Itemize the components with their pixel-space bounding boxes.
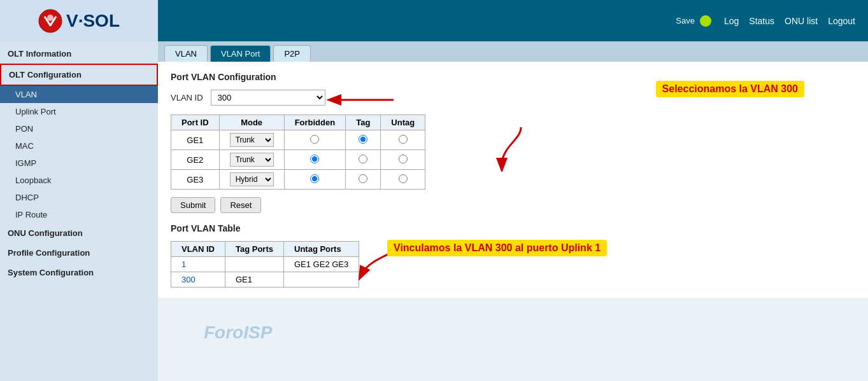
port-vlan-table-title: Port VLAN Table (171, 223, 855, 233)
arrow-table-icon (483, 121, 559, 172)
pvlan-col-vlan-id: VLAN ID (171, 242, 225, 257)
tag-ge1[interactable] (346, 130, 381, 150)
port-vlan-table-container: Port VLAN Table Vinculamos la VLAN 300 a… (171, 223, 855, 287)
mode-select-ge1[interactable]: Trunk Hybrid Access (230, 133, 274, 147)
sidebar-item-system-configuration[interactable]: System Configuration (0, 263, 158, 282)
nav-onu-list[interactable]: ONU list (785, 16, 818, 26)
untag-ge3[interactable] (381, 170, 425, 190)
pvlan-tag-ports-300: GE1 (225, 272, 284, 287)
radio-tag-ge2[interactable] (359, 155, 367, 163)
save-area: Save (676, 15, 711, 27)
forbidden-ge2[interactable] (284, 150, 346, 170)
sidebar-item-vlan[interactable]: VLAN (0, 86, 158, 103)
radio-tag-ge3[interactable] (359, 174, 367, 183)
sidebar-item-olt-information[interactable]: OLT Information (0, 44, 158, 64)
header-right: Save Log Status ONU list Logout (158, 15, 868, 27)
tab-vlan[interactable]: VLAN (164, 45, 208, 62)
button-row: Submit Reset (171, 197, 855, 213)
tabs-bar: VLAN VLAN Port P2P (158, 41, 868, 62)
mode-ge1[interactable]: Trunk Hybrid Access (219, 130, 284, 150)
pvlan-untag-ports-1: GE1 GE2 GE3 (284, 257, 359, 272)
save-label[interactable]: Save (676, 16, 695, 25)
sidebar-item-igmp[interactable]: IGMP (0, 155, 158, 172)
pvlan-row-300: 300 GE1 (171, 272, 359, 287)
col-mode: Mode (219, 115, 284, 130)
layout: OLT Information OLT Configuration VLAN U… (0, 41, 868, 381)
table-row-ge1: GE1 Trunk Hybrid Access (171, 130, 425, 150)
pvlan-col-tag-ports: Tag Ports (225, 242, 284, 257)
radio-forbidden-ge1[interactable] (310, 135, 319, 144)
pvlan-col-untag-ports: Untag Ports (284, 242, 359, 257)
watermark: ForoISP (204, 322, 272, 343)
col-tag: Tag (346, 115, 381, 130)
port-id-ge2: GE2 (171, 150, 220, 170)
pvlan-vlan-id-1: 1 (171, 257, 225, 272)
logo-icon (38, 9, 62, 33)
untag-ge2[interactable] (381, 150, 425, 170)
radio-untag-ge3[interactable] (399, 174, 408, 183)
header-nav: Log Status ONU list Logout (724, 16, 855, 26)
status-dot (700, 15, 711, 27)
port-id-ge1: GE1 (171, 130, 220, 150)
forbidden-ge1[interactable] (284, 130, 346, 150)
radio-untag-ge2[interactable] (399, 155, 408, 163)
port-table-container: Port ID Mode Forbidden Tag Untag GE1 (171, 114, 855, 190)
table-row-ge2: GE2 Trunk Hybrid Access (171, 150, 425, 170)
mode-ge2[interactable]: Trunk Hybrid Access (219, 150, 284, 170)
col-port-id: Port ID (171, 115, 220, 130)
radio-untag-ge1[interactable] (399, 135, 408, 144)
vlan-id-select[interactable]: 300 1 (211, 90, 325, 106)
content-area: Port VLAN Configuration VLAN ID 300 1 (158, 62, 868, 298)
svg-point-1 (47, 15, 53, 21)
nav-logout[interactable]: Logout (828, 16, 855, 26)
untag-ge1[interactable] (381, 130, 425, 150)
pvlan-tag-ports-1 (225, 257, 284, 272)
sidebar-item-olt-configuration[interactable]: OLT Configuration (0, 64, 158, 86)
sidebar-item-onu-configuration[interactable]: ONU Configuration (0, 223, 158, 243)
sidebar-item-loopback[interactable]: Loopback (0, 172, 158, 189)
arrow-select-icon (324, 88, 400, 111)
mode-ge3[interactable]: Trunk Hybrid Access (219, 170, 284, 190)
logo: V·SOL (38, 9, 120, 33)
sidebar-item-ip-route[interactable]: IP Route (0, 206, 158, 223)
radio-forbidden-ge3[interactable] (310, 174, 319, 183)
annotation-select-vlan: Seleccionamos la VLAN 300 (656, 81, 804, 97)
pvlan-untag-ports-300 (284, 272, 359, 287)
sidebar-item-mac[interactable]: MAC (0, 137, 158, 155)
sidebar-item-uplink-port[interactable]: Uplink Port (0, 103, 158, 120)
tag-ge3[interactable] (346, 170, 381, 190)
pvlan-row-1: 1 GE1 GE2 GE3 (171, 257, 359, 272)
submit-button[interactable]: Submit (171, 197, 215, 213)
annotation-link-vlan: Vinculamos la VLAN 300 al puerto Uplink … (387, 240, 607, 256)
tag-ge2[interactable] (346, 150, 381, 170)
logo-text: V·SOL (66, 11, 120, 31)
nav-status[interactable]: Status (749, 16, 774, 26)
tab-p2p[interactable]: P2P (273, 45, 311, 62)
port-table: Port ID Mode Forbidden Tag Untag GE1 (171, 114, 425, 190)
col-untag: Untag (381, 115, 425, 130)
mode-select-ge2[interactable]: Trunk Hybrid Access (230, 153, 274, 167)
mode-select-ge3[interactable]: Trunk Hybrid Access (230, 172, 274, 186)
sidebar-item-dhcp[interactable]: DHCP (0, 189, 158, 206)
sidebar: OLT Information OLT Configuration VLAN U… (0, 41, 158, 381)
forbidden-ge3[interactable] (284, 170, 346, 190)
sidebar-item-pon[interactable]: PON (0, 120, 158, 137)
pvlan-vlan-id-300: 300 (171, 272, 225, 287)
table-row-ge3: GE3 Trunk Hybrid Access (171, 170, 425, 190)
pvlan-table: VLAN ID Tag Ports Untag Ports 1 GE1 GE2 … (171, 241, 359, 287)
nav-log[interactable]: Log (724, 16, 739, 26)
reset-button[interactable]: Reset (220, 197, 261, 213)
tab-vlan-port[interactable]: VLAN Port (210, 45, 271, 62)
header: V·SOL Save Log Status ONU list Logout (0, 0, 868, 41)
sidebar-item-profile-configuration[interactable]: Profile Configuration (0, 243, 158, 263)
radio-forbidden-ge2[interactable] (310, 155, 319, 163)
main-content: VLAN VLAN Port P2P Port VLAN Configurati… (158, 41, 868, 381)
logo-area: V·SOL (0, 0, 158, 41)
radio-tag-ge1[interactable] (359, 135, 367, 144)
vlan-id-label: VLAN ID (171, 93, 203, 102)
port-id-ge3: GE3 (171, 170, 220, 190)
col-forbidden: Forbidden (284, 115, 346, 130)
